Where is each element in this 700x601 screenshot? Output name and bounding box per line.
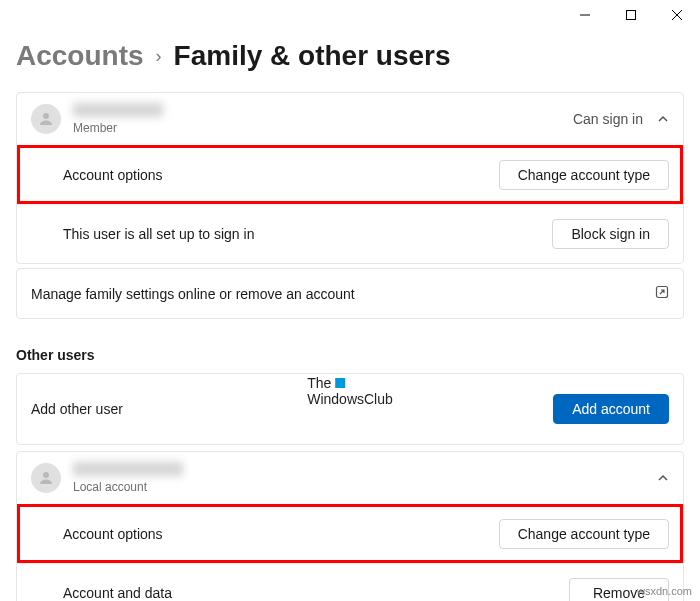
manage-family-link[interactable]: Manage family settings online or remove … [16, 268, 684, 319]
signin-row: This user is all set up to sign in Block… [17, 204, 683, 263]
minimize-icon [580, 10, 590, 20]
change-account-type-button[interactable]: Change account type [499, 519, 669, 549]
window-controls [562, 0, 700, 30]
family-user-card: Member Can sign in Account options Chang… [16, 92, 684, 264]
account-data-label: Account and data [63, 585, 172, 601]
chevron-up-icon [657, 113, 669, 125]
account-options-row: Account options Change account type [17, 145, 683, 204]
close-button[interactable] [654, 0, 700, 30]
user-info: Member [73, 103, 573, 135]
page-title: Family & other users [174, 40, 451, 72]
user-name [73, 462, 183, 476]
avatar [31, 463, 61, 493]
other-users-heading: Other users [16, 347, 684, 363]
family-user-header[interactable]: Member Can sign in [17, 93, 683, 145]
close-icon [672, 10, 682, 20]
minimize-button[interactable] [562, 0, 608, 30]
chevron-up-icon [657, 472, 669, 484]
account-options-row: Account options Change account type [17, 504, 683, 563]
change-account-type-button[interactable]: Change account type [499, 160, 669, 190]
external-link-icon [655, 285, 669, 302]
breadcrumb: Accounts › Family & other users [16, 40, 684, 72]
user-name [73, 103, 163, 117]
maximize-button[interactable] [608, 0, 654, 30]
add-other-user-label: Add other user [31, 401, 123, 417]
account-options-label: Account options [63, 526, 163, 542]
block-signin-button[interactable]: Block sign in [552, 219, 669, 249]
local-user-header[interactable]: Local account [17, 452, 683, 504]
person-icon [37, 110, 55, 128]
person-icon [37, 469, 55, 487]
account-options-label: Account options [63, 167, 163, 183]
attribution: wsxdn.com [637, 585, 692, 597]
breadcrumb-parent[interactable]: Accounts [16, 40, 144, 72]
svg-rect-1 [627, 11, 636, 20]
svg-point-6 [43, 472, 49, 478]
user-info: Local account [73, 462, 657, 494]
chevron-right-icon: › [156, 46, 162, 67]
local-user-card: Local account Account options Change acc… [16, 451, 684, 601]
avatar [31, 104, 61, 134]
user-role: Local account [73, 480, 147, 494]
manage-family-label: Manage family settings online or remove … [31, 286, 355, 302]
svg-point-4 [43, 113, 49, 119]
maximize-icon [626, 10, 636, 20]
signin-info-label: This user is all set up to sign in [63, 226, 254, 242]
account-data-row: Account and data Remove [17, 563, 683, 601]
add-account-button[interactable]: Add account [553, 394, 669, 424]
user-role: Member [73, 121, 117, 135]
add-other-user-row: Add other user Add account [16, 373, 684, 445]
signin-status: Can sign in [573, 111, 643, 127]
